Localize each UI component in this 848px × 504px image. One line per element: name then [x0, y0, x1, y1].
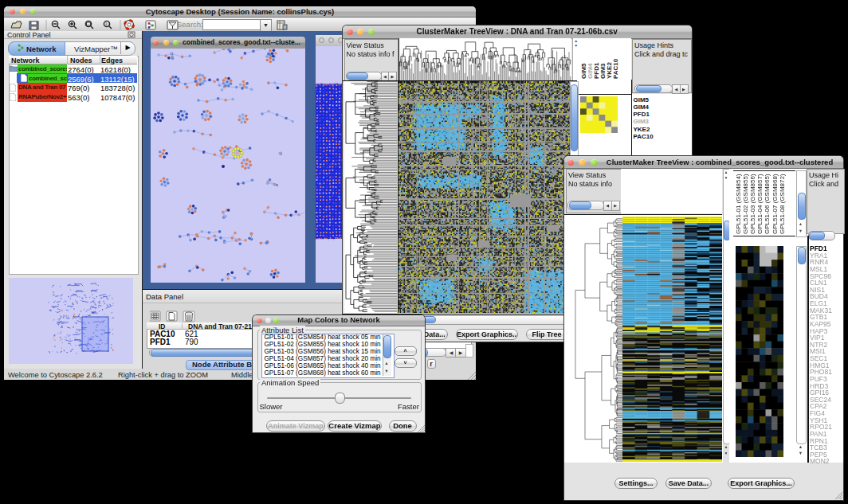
svg-text:1:1: 1:1	[105, 22, 111, 26]
